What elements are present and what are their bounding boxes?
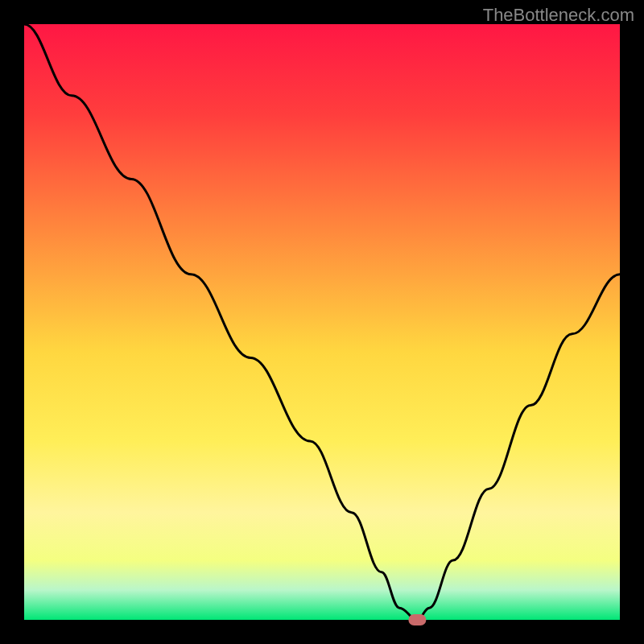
plot-background	[24, 24, 620, 620]
chart-frame	[0, 0, 644, 644]
chart-svg	[0, 0, 644, 644]
watermark-text: TheBottleneck.com	[483, 5, 634, 26]
optimal-marker	[408, 614, 426, 625]
